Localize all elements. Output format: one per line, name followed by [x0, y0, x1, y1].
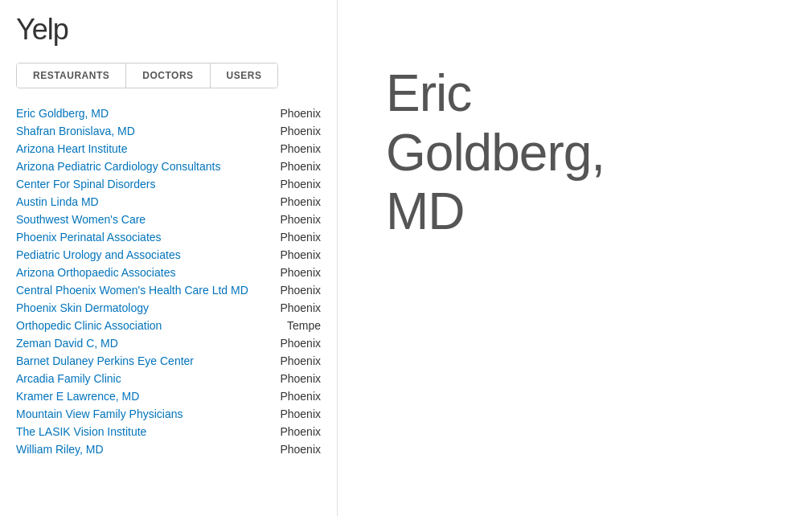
result-location: Phoenix	[280, 390, 321, 403]
result-link[interactable]: Arcadia Family Clinic	[16, 372, 121, 385]
list-item: Arcadia Family ClinicPhoenix	[16, 370, 321, 387]
result-link[interactable]: Mountain View Family Physicians	[16, 407, 183, 420]
results-list: Eric Goldberg, MDPhoenixShafran Bronisla…	[16, 104, 321, 458]
result-location: Phoenix	[280, 425, 321, 438]
result-link[interactable]: Arizona Heart Institute	[16, 142, 128, 155]
result-link[interactable]: Phoenix Skin Dermatology	[16, 301, 149, 314]
result-location: Phoenix	[280, 231, 321, 244]
right-panel: EricGoldberg,MD	[338, 0, 812, 516]
result-link[interactable]: Shafran Bronislava, MD	[16, 125, 135, 137]
result-link[interactable]: Central Phoenix Women's Health Care Ltd …	[16, 284, 248, 297]
result-link[interactable]: Kramer E Lawrence, MD	[16, 390, 139, 403]
list-item: William Riley, MDPhoenix	[16, 440, 321, 458]
result-location: Phoenix	[280, 178, 321, 190]
result-location: Phoenix	[280, 354, 321, 367]
list-item: Arizona Orthopaedic AssociatesPhoenix	[16, 264, 321, 281]
result-link[interactable]: Zeman David C, MD	[16, 337, 118, 350]
result-link[interactable]: Arizona Pediatric Cardiology Consultants	[16, 160, 220, 173]
result-location: Tempe	[287, 319, 321, 332]
tab-doctors[interactable]: DOCTORS	[126, 63, 210, 88]
list-item: Phoenix Skin DermatologyPhoenix	[16, 299, 321, 317]
result-link[interactable]: Barnet Dulaney Perkins Eye Center	[16, 354, 194, 367]
result-link[interactable]: Southwest Women's Care	[16, 213, 146, 226]
result-link[interactable]: William Riley, MD	[16, 443, 104, 456]
list-item: Shafran Bronislava, MDPhoenix	[16, 122, 321, 140]
result-location: Phoenix	[280, 125, 321, 137]
result-location: Phoenix	[280, 284, 321, 297]
list-item: Pediatric Urology and AssociatesPhoenix	[16, 246, 321, 264]
list-item: Center For Spinal DisordersPhoenix	[16, 175, 321, 193]
result-location: Phoenix	[280, 195, 321, 208]
left-panel: Yelp RESTAURANTS DOCTORS USERS Eric Gold…	[0, 0, 338, 516]
tabs-bar: RESTAURANTS DOCTORS USERS	[16, 63, 278, 88]
result-location: Phoenix	[280, 160, 321, 173]
result-location: Phoenix	[280, 266, 321, 279]
list-item: Central Phoenix Women's Health Care Ltd …	[16, 281, 321, 299]
list-item: Mountain View Family PhysiciansPhoenix	[16, 405, 321, 423]
result-location: Phoenix	[280, 301, 321, 314]
list-item: Phoenix Perinatal AssociatesPhoenix	[16, 228, 321, 246]
list-item: Austin Linda MDPhoenix	[16, 193, 321, 211]
result-link[interactable]: Pediatric Urology and Associates	[16, 248, 181, 261]
result-link[interactable]: Orthopedic Clinic Association	[16, 319, 162, 332]
list-item: Barnet Dulaney Perkins Eye CenterPhoenix	[16, 352, 321, 370]
result-location: Phoenix	[280, 443, 321, 456]
detail-title: EricGoldberg,MD	[386, 64, 605, 242]
result-link[interactable]: Phoenix Perinatal Associates	[16, 231, 162, 244]
list-item: Orthopedic Clinic AssociationTempe	[16, 317, 321, 334]
result-location: Phoenix	[280, 337, 321, 350]
result-location: Phoenix	[280, 142, 321, 155]
list-item: Southwest Women's CarePhoenix	[16, 211, 321, 228]
result-location: Phoenix	[280, 213, 321, 226]
tab-users[interactable]: USERS	[211, 63, 278, 88]
list-item: Zeman David C, MDPhoenix	[16, 334, 321, 352]
result-link[interactable]: Austin Linda MD	[16, 195, 99, 208]
result-link[interactable]: Arizona Orthopaedic Associates	[16, 266, 175, 279]
result-link[interactable]: Eric Goldberg, MD	[16, 107, 109, 120]
tab-restaurants[interactable]: RESTAURANTS	[17, 63, 126, 88]
result-location: Phoenix	[280, 407, 321, 420]
result-location: Phoenix	[280, 248, 321, 261]
list-item: Eric Goldberg, MDPhoenix	[16, 104, 321, 122]
list-item: Arizona Heart InstitutePhoenix	[16, 140, 321, 158]
result-location: Phoenix	[280, 107, 321, 120]
result-location: Phoenix	[280, 372, 321, 385]
list-item: Kramer E Lawrence, MDPhoenix	[16, 387, 321, 405]
result-link[interactable]: The LASIK Vision Institute	[16, 425, 146, 438]
list-item: Arizona Pediatric Cardiology Consultants…	[16, 158, 321, 175]
list-item: The LASIK Vision InstitutePhoenix	[16, 423, 321, 440]
result-link[interactable]: Center For Spinal Disorders	[16, 178, 156, 190]
yelp-logo: Yelp	[16, 13, 321, 47]
